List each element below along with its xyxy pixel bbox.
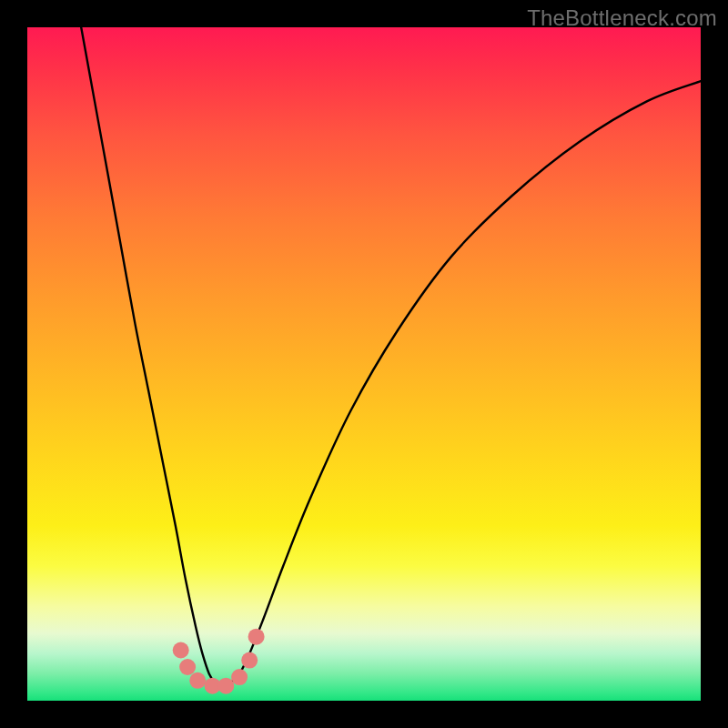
- curve-marker: [217, 678, 234, 694]
- curve-svg: [27, 27, 701, 701]
- curve-marker: [231, 669, 248, 685]
- plot-area: [27, 27, 701, 701]
- chart-frame: TheBottleneck.com: [0, 0, 728, 728]
- curve-marker: [241, 652, 258, 669]
- curve-marker: [248, 629, 265, 645]
- curve-marker: [179, 659, 196, 675]
- curve-markers: [173, 629, 265, 694]
- bottleneck-curve: [81, 27, 701, 687]
- curve-marker: [189, 672, 206, 689]
- curve-marker: [173, 642, 189, 659]
